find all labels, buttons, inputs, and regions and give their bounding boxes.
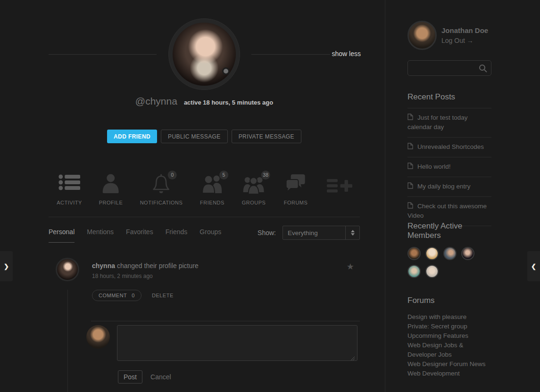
add-list-icon bbox=[327, 177, 352, 201]
forums-title: Forums bbox=[407, 296, 491, 305]
nav-item-notifications[interactable]: 0 NOTIFICATIONS bbox=[140, 173, 183, 205]
header-divider-left bbox=[49, 54, 157, 55]
document-icon bbox=[407, 114, 413, 122]
comment-button[interactable]: COMMENT 0 bbox=[92, 290, 141, 301]
activity-author-link[interactable]: chynna bbox=[92, 262, 115, 270]
cancel-button[interactable]: Cancel bbox=[150, 373, 171, 381]
document-icon bbox=[407, 203, 413, 210]
forums-widget: Forums Design with pleasure Private: Sec… bbox=[407, 296, 491, 378]
nav-label: NOTIFICATIONS bbox=[140, 200, 183, 205]
commenter-avatar bbox=[86, 325, 110, 349]
forum-link[interactable]: Web Designer Forum News bbox=[407, 359, 491, 369]
show-filter-value: Everything bbox=[283, 229, 345, 237]
active-status: active 18 hours, 5 minutes ago bbox=[184, 99, 273, 106]
document-icon bbox=[407, 183, 413, 190]
nav-label: GROUPS bbox=[242, 200, 266, 205]
post-button[interactable]: Post bbox=[118, 370, 142, 384]
select-arrows-icon bbox=[345, 226, 359, 239]
favorite-star-icon[interactable]: ★ bbox=[347, 261, 354, 272]
recent-post-link[interactable]: My daily blog entry bbox=[407, 177, 491, 197]
document-icon bbox=[407, 163, 413, 171]
groups-badge: 38 bbox=[261, 171, 270, 180]
show-filter-select[interactable]: Everything bbox=[282, 226, 360, 240]
forum-link[interactable]: Design with pleasure bbox=[407, 312, 491, 322]
member-avatar[interactable] bbox=[461, 247, 474, 260]
member-avatar[interactable] bbox=[443, 247, 457, 260]
profile-nav: ACTIVITY PROFILE 0 NOTIFICATIONS bbox=[49, 173, 360, 211]
notifications-badge: 0 bbox=[168, 171, 177, 180]
activity-item-actions: COMMENT 0 DELETE bbox=[92, 290, 174, 301]
delete-button[interactable]: DELETE bbox=[152, 293, 174, 298]
status-dot bbox=[222, 67, 230, 75]
tab-friends[interactable]: Friends bbox=[166, 228, 188, 242]
search-box bbox=[407, 60, 491, 76]
member-avatar[interactable] bbox=[425, 247, 439, 260]
recent-post-link[interactable]: Hello world! bbox=[407, 157, 491, 177]
tab-favorites[interactable]: Favorites bbox=[126, 228, 153, 242]
logged-in-user-card: Jonathan Doe Log Out → bbox=[407, 21, 488, 50]
activity-author-avatar[interactable] bbox=[56, 258, 79, 281]
public-message-button[interactable]: PUBLIC MESSAGE bbox=[161, 130, 228, 143]
nav-item-activity[interactable]: ACTIVITY bbox=[57, 173, 82, 205]
comment-form-actions: Post Cancel bbox=[118, 370, 171, 384]
activity-thread-line bbox=[67, 290, 68, 392]
header-divider-right bbox=[251, 54, 330, 55]
activity-action-text: changed their profile picture bbox=[117, 262, 199, 270]
friends-badge: 5 bbox=[219, 171, 228, 180]
person-icon bbox=[101, 173, 120, 197]
private-message-button[interactable]: PRIVATE MESSAGE bbox=[232, 130, 301, 143]
member-avatar[interactable] bbox=[425, 265, 439, 278]
comment-button-label: COMMENT bbox=[99, 293, 127, 298]
comment-textarea[interactable] bbox=[117, 325, 357, 361]
forum-link[interactable]: Upcomming Features bbox=[407, 331, 491, 341]
identity-row: @chynna active 18 hours, 5 minutes ago bbox=[49, 96, 360, 107]
nav-item-groups[interactable]: 38 GROUPS bbox=[242, 173, 266, 205]
add-friend-button[interactable]: ADD FRIEND bbox=[107, 130, 157, 143]
forum-list: Design with pleasure Private: Secret gro… bbox=[407, 312, 491, 378]
nav-item-forums[interactable]: FORUMS bbox=[284, 173, 308, 205]
logged-in-user-avatar[interactable] bbox=[407, 21, 437, 50]
nav-item-add-new[interactable] bbox=[327, 177, 352, 201]
show-less-toggle[interactable]: show less bbox=[332, 50, 361, 57]
activity-title: chynna changed their profile picture bbox=[92, 262, 199, 270]
recent-post-label: My daily blog entry bbox=[417, 183, 471, 190]
recent-post-label: Just for test today calendar day bbox=[407, 114, 468, 131]
recent-posts-widget: Recent Posts Just for test today calenda… bbox=[407, 92, 491, 226]
recent-post-label: Unrevealed Shortcodes bbox=[417, 143, 484, 150]
document-icon bbox=[407, 144, 413, 151]
main-content: show less @chynna active 18 hours, 5 min… bbox=[49, 0, 360, 392]
member-avatar[interactable] bbox=[407, 247, 421, 260]
activity-subnav: Personal Mentions Favorites Friends Grou… bbox=[49, 226, 360, 245]
recent-post-label: Check out this awesome Video bbox=[407, 203, 487, 219]
activity-list-icon bbox=[58, 173, 80, 197]
left-drawer-handle[interactable]: ❯ bbox=[0, 251, 13, 281]
forum-link[interactable]: Web Design Jobs & Developer Jobs bbox=[407, 341, 491, 359]
profile-avatar[interactable] bbox=[173, 23, 236, 86]
speech-bubbles-icon bbox=[285, 173, 306, 197]
friends-icon: 5 bbox=[202, 173, 223, 197]
tab-personal[interactable]: Personal bbox=[49, 228, 75, 243]
comment-form-divider bbox=[91, 321, 360, 321]
member-avatar[interactable] bbox=[407, 265, 421, 278]
activity-timestamp: 18 hours, 2 minutes ago bbox=[92, 273, 199, 279]
active-members-widget: Recently Active Members bbox=[407, 221, 491, 278]
forum-link[interactable]: Web Development bbox=[407, 369, 491, 378]
recent-posts-title: Recent Posts bbox=[407, 92, 491, 102]
bell-icon: 0 bbox=[151, 173, 171, 197]
logged-in-user-name[interactable]: Jonathan Doe bbox=[441, 26, 488, 34]
recent-post-link[interactable]: Unrevealed Shortcodes bbox=[407, 138, 491, 157]
nav-label: FORUMS bbox=[284, 200, 308, 205]
recent-post-link[interactable]: Just for test today calendar day bbox=[407, 108, 491, 138]
forum-link[interactable]: Private: Secret group bbox=[407, 322, 491, 331]
username: @chynna bbox=[135, 96, 177, 107]
search-icon[interactable] bbox=[479, 64, 487, 74]
logout-link[interactable]: Log Out → bbox=[441, 37, 488, 44]
recent-post-label: Hello world! bbox=[417, 163, 451, 170]
tab-groups[interactable]: Groups bbox=[199, 228, 221, 242]
nav-item-profile[interactable]: PROFILE bbox=[99, 173, 123, 205]
right-drawer-handle[interactable]: ❮ bbox=[527, 251, 540, 281]
nav-item-friends[interactable]: 5 FRIENDS bbox=[200, 173, 224, 205]
tab-mentions[interactable]: Mentions bbox=[87, 228, 114, 242]
groups-icon: 38 bbox=[243, 173, 265, 197]
nav-divider bbox=[49, 217, 360, 217]
